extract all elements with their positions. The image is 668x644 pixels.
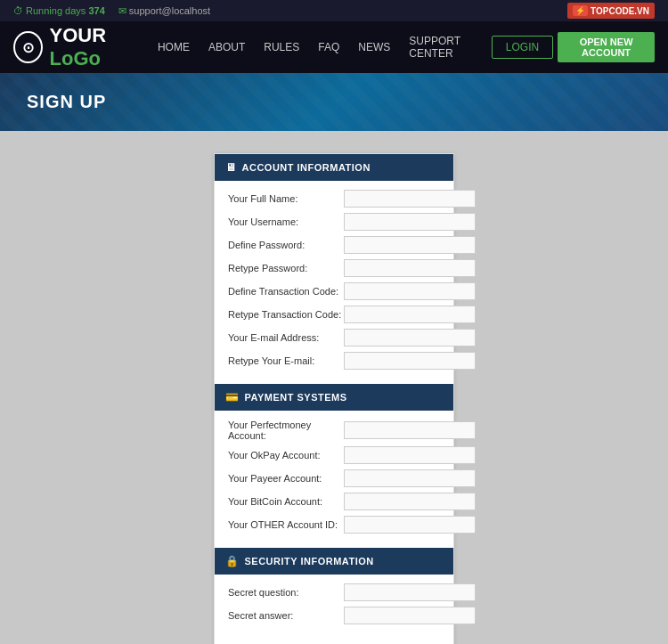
transaction-code-label: Define Transaction Code:: [228, 286, 344, 297]
logo-text: YOUR LoGo: [50, 24, 151, 70]
bitcoin-input[interactable]: [344, 493, 476, 510]
security-section-title: SECURITY INFORMATION: [245, 556, 374, 567]
security-form-body: Secret question: Secret answer:: [215, 575, 453, 639]
retype-password-row: Retype Password:: [228, 259, 440, 277]
payment-form-body: Your Perfectmoney Account: Your OkPay Ac…: [215, 411, 453, 548]
retype-password-label: Retype Password:: [228, 263, 344, 273]
okpay-input[interactable]: [344, 446, 476, 464]
payeer-input[interactable]: [344, 469, 476, 487]
full-name-label: Your Full Name:: [228, 193, 344, 204]
account-form-body: Your Full Name: Your Username: Define Pa…: [215, 181, 453, 384]
page-title: SIGN UP: [27, 92, 106, 112]
topcode-icon: ⚡: [573, 5, 588, 16]
account-section-title: ACCOUNT INFORMATION: [242, 162, 371, 173]
email-row: Your E-mail Address:: [228, 329, 440, 346]
clock-icon: ⏱: [13, 5, 23, 16]
page-banner: SIGN UP: [0, 73, 668, 131]
secret-question-row: Secret question:: [228, 583, 440, 601]
top-bar: ⏱ Running days 374 ✉ support@localhost ⚡…: [0, 0, 668, 21]
perfectmoney-row: Your Perfectmoney Account:: [228, 420, 440, 441]
email-icon: ✉: [118, 5, 126, 16]
logo-area: ⊙ YOUR LoGo: [13, 24, 151, 70]
email-input[interactable]: [344, 329, 476, 346]
logo-icon: ⊙: [13, 31, 43, 63]
full-name-input[interactable]: [344, 190, 476, 208]
okpay-label: Your OkPay Account:: [228, 450, 344, 461]
retype-transaction-label: Retype Transaction Code:: [228, 309, 344, 320]
nav-news[interactable]: NEWS: [351, 37, 397, 58]
secret-answer-input[interactable]: [344, 607, 476, 624]
retype-email-row: Retype Your E-mail:: [228, 352, 440, 370]
running-days-label: ⏱ Running days 374: [13, 5, 105, 16]
transaction-code-input[interactable]: [344, 282, 476, 300]
full-name-row: Your Full Name:: [228, 190, 440, 208]
perfectmoney-input[interactable]: [344, 421, 476, 439]
signup-form: 🖥 ACCOUNT INFORMATION Your Full Name: Yo…: [214, 153, 454, 644]
email-label: Your E-mail Address:: [228, 332, 344, 343]
account-section-header: 🖥 ACCOUNT INFORMATION: [215, 154, 453, 181]
bitcoin-label: Your BitCoin Account:: [228, 496, 344, 507]
nav-area: HOME ABOUT RULES FAQ NEWS SUPPORT CENTER…: [151, 30, 655, 64]
topcode-badge: ⚡ TOPCODE.VN: [567, 3, 655, 19]
header: ⊙ YOUR LoGo HOME ABOUT RULES FAQ NEWS SU…: [0, 21, 668, 73]
security-section-icon: 🔒: [225, 555, 240, 567]
payeer-label: Your Payeer Account:: [228, 473, 344, 484]
top-bar-left: ⏱ Running days 374 ✉ support@localhost: [13, 5, 210, 17]
other-account-label: Your OTHER Account ID:: [228, 519, 344, 530]
account-section-icon: 🖥: [225, 161, 237, 174]
password-row: Define Password:: [228, 236, 440, 254]
username-input[interactable]: [344, 213, 476, 231]
secret-answer-label: Secret answer:: [228, 610, 344, 621]
okpay-row: Your OkPay Account:: [228, 446, 440, 464]
login-button[interactable]: LOGIN: [492, 36, 553, 59]
password-input[interactable]: [344, 236, 476, 254]
payment-section-icon: 💳: [225, 391, 240, 404]
nav-support[interactable]: SUPPORT CENTER: [402, 30, 487, 64]
other-account-input[interactable]: [344, 516, 476, 534]
main-content: 🖥 ACCOUNT INFORMATION Your Full Name: Yo…: [0, 131, 668, 644]
transaction-code-row: Define Transaction Code:: [228, 282, 440, 300]
bitcoin-row: Your BitCoin Account:: [228, 493, 440, 510]
logo-logo: LoGo: [50, 47, 101, 69]
other-account-row: Your OTHER Account ID:: [228, 516, 440, 534]
secret-question-label: Secret question:: [228, 587, 344, 598]
perfectmoney-label: Your Perfectmoney Account:: [228, 420, 344, 441]
username-row: Your Username:: [228, 213, 440, 231]
logo-your: YOUR: [50, 24, 107, 46]
nav-faq[interactable]: FAQ: [311, 37, 346, 58]
username-label: Your Username:: [228, 216, 344, 227]
retype-email-input[interactable]: [344, 352, 476, 370]
support-email: ✉ support@localhost: [118, 5, 210, 17]
retype-transaction-row: Retype Transaction Code:: [228, 306, 440, 323]
payeer-row: Your Payeer Account:: [228, 469, 440, 487]
retype-email-label: Retype Your E-mail:: [228, 355, 344, 366]
open-account-button[interactable]: OPEN NEW ACCOUNT: [558, 32, 655, 62]
password-label: Define Password:: [228, 240, 344, 250]
nav-about[interactable]: ABOUT: [201, 37, 252, 58]
nav-home[interactable]: HOME: [151, 37, 197, 58]
nav-rules[interactable]: RULES: [257, 37, 306, 58]
retype-password-input[interactable]: [344, 259, 476, 277]
secret-question-input[interactable]: [344, 583, 476, 601]
payment-section-header: 💳 PAYMENT SYSTEMS: [215, 384, 453, 411]
secret-answer-row: Secret answer:: [228, 607, 440, 624]
retype-transaction-input[interactable]: [344, 306, 476, 323]
payment-section-title: PAYMENT SYSTEMS: [245, 392, 347, 403]
security-section-header: 🔒 SECURITY INFORMATION: [215, 548, 453, 575]
